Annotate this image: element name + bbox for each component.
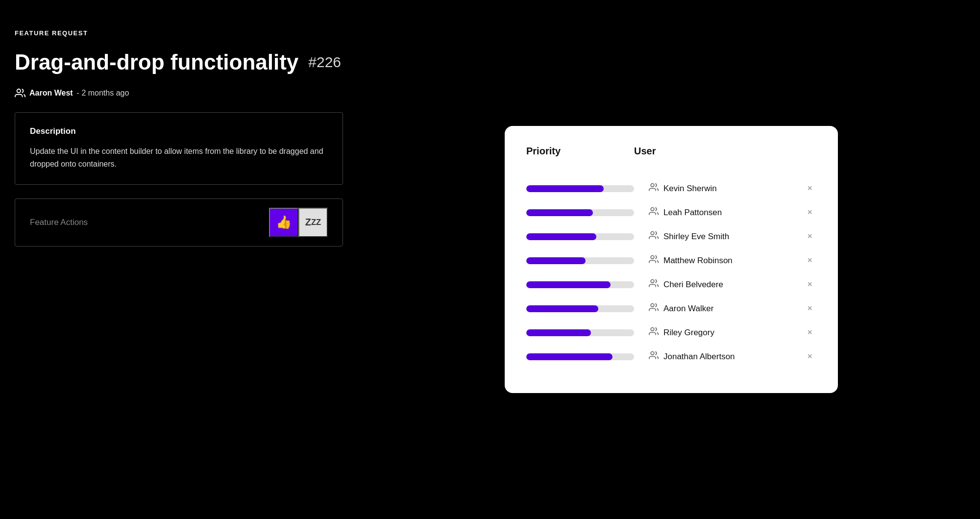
user-icon	[649, 254, 659, 267]
remove-user-button[interactable]: ×	[803, 205, 816, 220]
user-icon	[649, 182, 659, 195]
priority-bar-fill	[526, 185, 604, 192]
user-name: Aaron Walker	[663, 304, 713, 314]
user-group-icon	[15, 88, 25, 99]
user-info: Riley Gregory	[634, 326, 803, 339]
remove-user-button[interactable]: ×	[803, 301, 816, 316]
priority-bar-container	[526, 209, 634, 216]
priority-bar-container	[526, 185, 634, 192]
remove-user-button[interactable]: ×	[803, 277, 816, 292]
svg-point-5	[651, 280, 654, 283]
table-row: Jonathan Albertson ×	[526, 345, 816, 369]
table-row: Matthew Robinson ×	[526, 248, 816, 272]
sleep-button[interactable]: ZZZ	[298, 208, 328, 237]
description-box: Description Update the UI in the content…	[15, 112, 343, 184]
svg-point-0	[17, 89, 21, 93]
feature-title: Drag-and-drop functionality	[15, 50, 298, 74]
svg-point-2	[651, 208, 654, 211]
user-name: Riley Gregory	[663, 328, 714, 338]
priority-bar-container	[526, 257, 634, 264]
user-name: Jonathan Albertson	[663, 352, 735, 362]
description-title: Description	[30, 126, 328, 136]
remove-user-button[interactable]: ×	[803, 253, 816, 268]
priority-bar-fill	[526, 281, 611, 288]
user-icon	[649, 206, 659, 219]
user-name: Shirley Eve Smith	[663, 232, 729, 242]
issue-number: #226	[308, 54, 341, 71]
priority-bar-fill	[526, 257, 586, 264]
priority-bar-container	[526, 329, 634, 336]
table-row: Cheri Belvedere ×	[526, 272, 816, 297]
svg-point-8	[651, 352, 654, 355]
user-icon	[649, 350, 659, 363]
priority-bar-container	[526, 353, 634, 360]
priority-bar-container	[526, 305, 634, 312]
feature-label: FEATURE REQUEST	[15, 29, 343, 37]
card-header: Priority User	[526, 146, 816, 161]
svg-point-6	[651, 304, 654, 307]
user-icon	[649, 302, 659, 315]
table-row: Aaron Walker ×	[526, 297, 816, 321]
priority-bar-fill	[526, 305, 598, 312]
user-info: Kevin Sherwin	[634, 182, 803, 195]
right-panel: Priority User Kevin Sherwin ×	[363, 0, 980, 519]
svg-point-1	[651, 184, 654, 187]
feature-actions-box: Feature Actions 👍 ZZZ	[15, 198, 343, 247]
priority-bar-fill	[526, 353, 612, 360]
user-icon	[649, 230, 659, 243]
priority-bar-container	[526, 233, 634, 240]
remove-user-button[interactable]: ×	[803, 181, 816, 196]
description-text: Update the UI in the content builder to …	[30, 145, 328, 170]
table-row: Shirley Eve Smith ×	[526, 224, 816, 248]
user-info: Matthew Robinson	[634, 254, 803, 267]
user-icon	[649, 278, 659, 291]
title-row: Drag-and-drop functionality #226	[15, 50, 343, 74]
thumbs-up-button[interactable]: 👍	[269, 208, 298, 237]
user-icon	[649, 326, 659, 339]
user-column-header: User	[634, 146, 656, 157]
user-info: Aaron Walker	[634, 302, 803, 315]
user-name: Leah Pattonsen	[663, 208, 722, 218]
user-info: Shirley Eve Smith	[634, 230, 803, 243]
priority-bar-container	[526, 281, 634, 288]
author-name: Aaron West	[29, 89, 73, 98]
action-buttons: 👍 ZZZ	[269, 208, 328, 237]
svg-point-4	[651, 256, 654, 259]
svg-point-3	[651, 232, 654, 235]
actions-label: Feature Actions	[30, 218, 88, 227]
remove-user-button[interactable]: ×	[803, 325, 816, 340]
table-row: Kevin Sherwin ×	[526, 176, 816, 200]
svg-point-7	[651, 328, 654, 331]
remove-user-button[interactable]: ×	[803, 349, 816, 364]
table-row: Riley Gregory ×	[526, 321, 816, 345]
user-name: Cheri Belvedere	[663, 280, 723, 290]
left-panel: FEATURE REQUEST Drag-and-drop functional…	[0, 0, 363, 519]
user-info: Cheri Belvedere	[634, 278, 803, 291]
priority-column-header: Priority	[526, 146, 634, 157]
remove-user-button[interactable]: ×	[803, 229, 816, 244]
priority-bar-fill	[526, 329, 591, 336]
priority-bar-fill	[526, 233, 596, 240]
user-name: Kevin Sherwin	[663, 184, 717, 194]
author-time: - 2 months ago	[77, 89, 129, 98]
author-row: Aaron West - 2 months ago	[15, 88, 343, 99]
user-name: Matthew Robinson	[663, 256, 733, 266]
table-row: Leah Pattonsen ×	[526, 200, 816, 224]
priority-card: Priority User Kevin Sherwin ×	[505, 126, 838, 393]
priority-bar-fill	[526, 209, 593, 216]
user-info: Leah Pattonsen	[634, 206, 803, 219]
user-info: Jonathan Albertson	[634, 350, 803, 363]
user-rows-container: Kevin Sherwin × Leah Pattonsen ×	[526, 176, 816, 369]
